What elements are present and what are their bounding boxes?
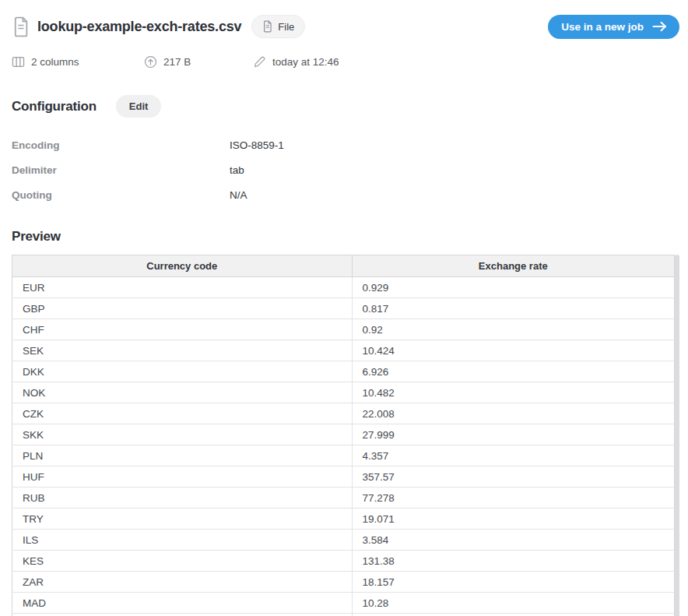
table-row: CHF 0.92: [12, 319, 675, 340]
exchange-rate-cell: 357.57: [352, 466, 674, 488]
table-row: RUB 77.278: [12, 488, 675, 509]
table-row: ZAR 18.157: [12, 572, 675, 593]
currency-code-cell: GBP: [12, 298, 353, 319]
exchange-rate-cell: 19.071: [352, 509, 674, 530]
preview-table-container: Currency code Exchange rate EUR 0.929 GB…: [12, 255, 679, 616]
preview-table: Currency code Exchange rate EUR 0.929 GB…: [12, 255, 675, 616]
exchange-rate-cell: 27.999: [352, 424, 674, 445]
exchange-rate-cell: 131.38: [352, 551, 674, 572]
table-row: SKK 27.999: [12, 424, 675, 445]
pencil-icon: [253, 55, 266, 69]
meta-file-size-label: 217 B: [163, 56, 191, 68]
configuration-value: tab: [230, 164, 244, 176]
exchange-rate-cell: 0.92: [352, 319, 674, 340]
table-header-row: Currency code Exchange rate: [12, 255, 675, 277]
file-icon: [262, 20, 272, 33]
currency-code-cell: HUF: [12, 466, 353, 488]
table-row: TRY 19.071: [12, 509, 675, 530]
column-header-currency-code: Currency code: [12, 255, 353, 277]
exchange-rate-cell: 10.28: [352, 593, 674, 614]
exchange-rate-cell: 10.424: [352, 340, 674, 361]
table-row: EUR 0.929: [12, 277, 675, 298]
file-meta-row: 2 columns 217 B today at 12:46: [12, 55, 679, 69]
currency-code-cell: CZK: [12, 403, 353, 424]
configuration-row: Quoting N/A: [12, 182, 679, 207]
exchange-rate-cell: 0.929: [352, 277, 674, 298]
configuration-value: ISO-8859-1: [230, 139, 284, 151]
configuration-label: Delimiter: [12, 164, 230, 176]
currency-code-cell: DKK: [12, 361, 353, 382]
meta-columns: 2 columns: [12, 55, 144, 69]
table-row: ILS 3.584: [12, 530, 675, 551]
table-row-partial: [12, 614, 675, 616]
configuration-row: Delimiter tab: [12, 157, 679, 182]
configuration-heading: Configuration: [12, 99, 97, 114]
currency-code-cell: SKK: [12, 424, 353, 445]
meta-last-modified: today at 12:46: [253, 55, 339, 69]
meta-file-size: 217 B: [144, 55, 253, 69]
currency-code-cell: SEK: [12, 340, 353, 361]
file-type-badge-label: File: [278, 21, 294, 33]
table-row: MAD 10.28: [12, 593, 675, 614]
table-row: CZK 22.008: [12, 403, 675, 424]
use-in-new-job-label: Use in a new job: [561, 21, 644, 33]
configuration-label: Quoting: [12, 189, 230, 201]
currency-code-cell: RUB: [12, 488, 353, 509]
meta-last-modified-label: today at 12:46: [272, 56, 339, 68]
edit-configuration-button[interactable]: Edit: [116, 95, 162, 118]
meta-columns-label: 2 columns: [31, 56, 79, 68]
currency-code-cell: MAD: [12, 593, 353, 614]
page-title: lookup-example-exch-rates.csv: [37, 19, 241, 35]
use-in-new-job-button[interactable]: Use in a new job: [548, 15, 679, 39]
configuration-settings: Encoding ISO-8859-1 Delimiter tab Quotin…: [12, 132, 679, 207]
currency-code-cell: ZAR: [12, 572, 353, 593]
table-columns-icon: [12, 55, 25, 69]
preview-section-header: Preview: [12, 229, 679, 245]
configuration-section-header: Configuration Edit: [12, 95, 679, 118]
exchange-rate-cell: 6.926: [352, 361, 674, 382]
table-row: DKK 6.926: [12, 361, 675, 382]
table-row: GBP 0.817: [12, 298, 675, 319]
preview-heading: Preview: [12, 229, 61, 245]
table-row: HUF 357.57: [12, 466, 675, 488]
exchange-rate-cell: 10.482: [352, 382, 674, 403]
currency-code-cell: NOK: [12, 382, 353, 403]
configuration-row: Encoding ISO-8859-1: [12, 132, 679, 157]
currency-code-cell: PLN: [12, 445, 353, 466]
configuration-value: N/A: [230, 189, 247, 201]
column-header-exchange-rate: Exchange rate: [352, 255, 674, 277]
upload-circle-icon: [144, 55, 157, 69]
exchange-rate-cell: 77.278: [352, 488, 674, 509]
currency-code-cell: KES: [12, 551, 353, 572]
table-row: KES 131.38: [12, 551, 675, 572]
file-details-page: lookup-example-exch-rates.csv File Use i…: [0, 0, 688, 616]
exchange-rate-cell: 18.157: [352, 572, 674, 593]
exchange-rate-cell: 4.357: [352, 445, 674, 466]
page-header: lookup-example-exch-rates.csv File Use i…: [12, 0, 679, 39]
table-row: PLN 4.357: [12, 445, 675, 466]
exchange-rate-cell: 22.008: [352, 403, 674, 424]
configuration-label: Encoding: [12, 139, 230, 151]
currency-code-cell: EUR: [12, 277, 353, 298]
table-row: NOK 10.482: [12, 382, 675, 403]
currency-code-cell: CHF: [12, 319, 353, 340]
table-row: SEK 10.424: [12, 340, 675, 361]
currency-code-cell: ILS: [12, 530, 353, 551]
exchange-rate-cell: 3.584: [352, 530, 674, 551]
file-type-badge: File: [251, 15, 305, 38]
table-scrollbar[interactable]: [675, 255, 679, 616]
table-body: EUR 0.929 GBP 0.817 CHF 0.92 SEK: [12, 277, 675, 614]
arrow-right-icon: [652, 21, 667, 32]
exchange-rate-cell: 0.817: [352, 298, 674, 319]
currency-code-cell: TRY: [12, 509, 353, 530]
file-icon: [12, 16, 30, 37]
